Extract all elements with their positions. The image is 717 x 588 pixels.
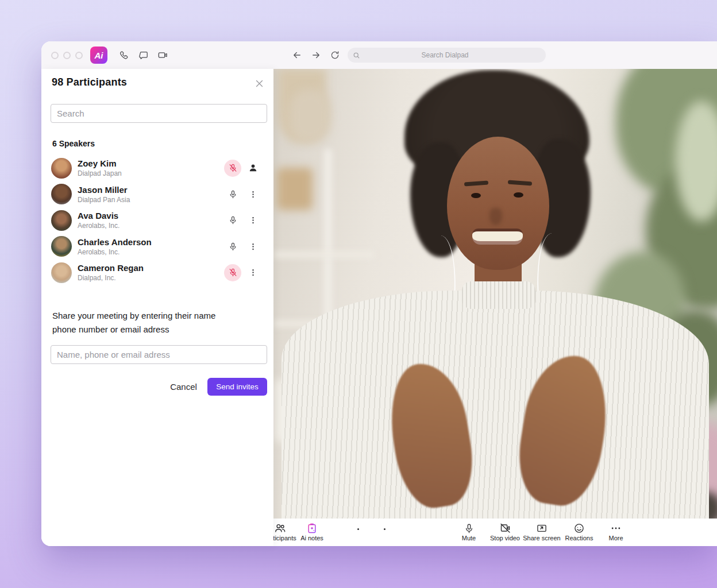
ai-notes-icon [286, 521, 338, 534]
toolbar-label: Ai notes [286, 535, 338, 541]
person-sweater [282, 291, 709, 519]
avatar [51, 210, 72, 231]
window-minimize-button[interactable] [63, 52, 71, 59]
avatar [51, 236, 72, 257]
participants-list: Zoey Kim Dialpad Japan Jason Miller Dial… [41, 155, 273, 286]
participant-name: Ava Davis [78, 211, 119, 220]
mic-muted-icon[interactable] [224, 264, 241, 281]
search-icon [353, 52, 360, 59]
decoration-shape [290, 90, 331, 142]
chat-icon[interactable] [137, 49, 149, 61]
participant-org: Aerolabs, Inc. [78, 222, 119, 230]
speakers-section-title: 6 Speakers [52, 139, 95, 148]
person-sweater-collar [462, 281, 535, 309]
participant-name: Charles Anderson [78, 237, 152, 247]
window-controls [51, 52, 83, 59]
forward-arrow-icon[interactable] [310, 49, 322, 61]
more-dots-icon [589, 521, 642, 534]
participant-org: Aerolabs, Inc. [78, 248, 152, 256]
person-icon[interactable] [246, 161, 260, 175]
participant-name: Jason Miller [78, 185, 130, 195]
avatar [51, 158, 72, 179]
kebab-menu-icon[interactable] [246, 239, 260, 253]
decoration-shape [273, 252, 374, 258]
cancel-button[interactable]: Cancel [159, 378, 208, 396]
person-face-feature [471, 193, 481, 198]
participant-row[interactable]: Zoey Kim Dialpad Japan [41, 155, 273, 181]
mic-muted-icon[interactable] [224, 160, 241, 177]
global-search-input[interactable] [360, 48, 546, 63]
window-close-button[interactable] [51, 52, 59, 59]
participant-row[interactable]: Cameron Regan Dialpad, Inc. [41, 260, 273, 286]
mic-on-icon[interactable] [224, 238, 241, 255]
kebab-menu-icon[interactable] [246, 266, 260, 280]
avatar [51, 184, 72, 204]
mic-on-icon[interactable] [224, 185, 241, 203]
kebab-menu-icon[interactable] [246, 214, 260, 227]
person-face-feature [489, 208, 502, 225]
decoration-shape [277, 168, 313, 210]
video-camera-icon[interactable] [156, 49, 169, 61]
separator-dot [357, 528, 359, 530]
back-arrow-icon[interactable] [291, 49, 303, 61]
participant-name: Cameron Regan [78, 263, 144, 273]
reload-icon[interactable] [329, 49, 341, 61]
avatar [51, 262, 72, 283]
separator-dot [384, 528, 386, 530]
participant-row[interactable]: Charles Anderson Aerolabs, Inc. [41, 234, 273, 260]
kebab-menu-icon[interactable] [246, 187, 260, 201]
global-search [348, 48, 546, 63]
participant-org: Dialpad Pan Asia [78, 196, 130, 204]
window-titlebar: Ai [41, 41, 717, 69]
participant-org: Dialpad, Inc. [78, 274, 144, 282]
participant-org: Dialpad Japan [78, 169, 122, 177]
window-zoom-button[interactable] [75, 52, 83, 59]
phone-icon[interactable] [117, 49, 130, 61]
invite-instructions: Share your meeting by entering their nam… [52, 309, 242, 336]
participant-name: Zoey Kim [78, 158, 122, 168]
person-face-feature [514, 192, 523, 198]
send-invites-button[interactable]: Send invites [207, 378, 267, 396]
person-face-feature [472, 229, 523, 245]
meeting-toolbar: Participants Ai notes Mute [273, 519, 717, 546]
panel-title: 98 Participants [52, 76, 127, 88]
person-face [447, 137, 549, 270]
app-window: Ai [41, 41, 717, 546]
dialpad-logo: Ai [90, 47, 107, 64]
participant-row[interactable]: Jason Miller Dialpad Pan Asia [41, 181, 273, 208]
toolbar-ai-notes-button[interactable]: Ai notes [286, 521, 338, 541]
participants-panel: 98 Participants 6 Speakers Zoey Kim Dial… [41, 69, 273, 546]
mic-on-icon[interactable] [224, 212, 241, 229]
invite-input[interactable] [51, 345, 267, 364]
close-icon[interactable] [252, 76, 266, 90]
video-feed [273, 69, 717, 519]
toolbar-more-button[interactable]: More [589, 521, 642, 541]
participant-row[interactable]: Ava Davis Aerolabs, Inc. [41, 207, 273, 234]
toolbar-label: More [589, 535, 642, 541]
participants-search-input[interactable] [51, 104, 267, 123]
